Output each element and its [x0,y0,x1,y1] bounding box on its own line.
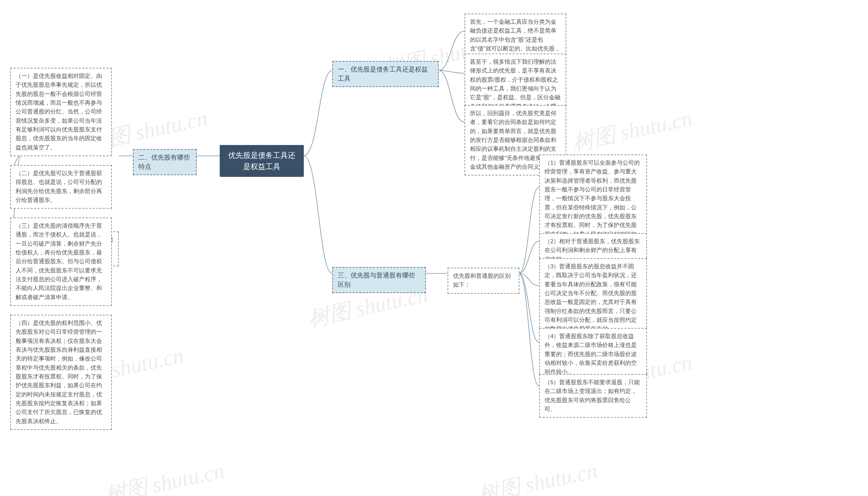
branch-2-label: 二、优先股有哪些特点 [138,154,190,170]
leaf-text: （四）是优先股的权利范围小。优先股股东对公司日常经营管理的一般事项没有表决权；仅… [16,320,102,424]
branch-1[interactable]: 一、优先股是债务工具还是权益工具 [332,61,439,87]
leaf-3-4[interactable]: （4）普通股股东除了获取股息收益外，收益来源二级市场价格上涨也是重要的；而优先股… [539,328,647,381]
branch-3[interactable]: 三、优先股与普通股有哪些区别 [332,267,426,293]
leaf-text: （一）是优先股收益相对固定。由于优先股股息率事先规定，所以优先股的股息一般不会根… [16,73,102,151]
leaf-3-5[interactable]: （5）普通股股东不能要求退股，只能在二级市场上变现退出；如有约定，优先股股东可依… [539,374,647,418]
branch-3-intro[interactable]: 优先股和普通股的区别如下： [448,268,520,294]
leaf-2-2[interactable]: （二）是优先股可以先于普通股获得股息。也就是说，公司可分配的利润先分给优先股东，… [10,165,112,209]
leaf-3-3[interactable]: （3）普通股股东的股息收益并不固定，既取决于公司当年盈利状况，还要看当年具体的分… [539,258,647,338]
watermark: 树图 shutu.cn [570,103,695,157]
leaf-2-1[interactable]: （一）是优先股收益相对固定。由于优先股股息率事先规定，所以优先股的股息一般不会根… [10,68,112,156]
root-node[interactable]: 优先股是债务工具还是权益工具 [220,145,304,177]
branch-1-label: 一、优先股是债务工具还是权益工具 [338,66,428,82]
leaf-2-4[interactable]: （四）是优先股的权利范围小。优先股股东对公司日常经营管理的一般事项没有表决权；仅… [10,315,112,430]
branch-3-label: 三、优先股与普通股有哪些区别 [338,272,415,288]
leaf-text: （3）普通股股东的股息收益并不固定，既取决于公司当年盈利状况，还要看当年具体的分… [544,263,637,332]
watermark: 树图 shutu.cn [102,456,227,496]
leaf-text: （4）普通股股东除了获取股息收益外，收益来源二级市场价格上涨也是重要的；而优先股… [544,333,637,375]
leaf-text: （5）普通股股东不能要求退股，只能在二级市场上变现退出；如有约定，优先股股东可依… [544,379,640,412]
leaf-text: 优先股和普通股的区别如下： [453,273,511,288]
leaf-2-3[interactable]: （三）是优先股的清偿顺序先于普通股，而次于债权人。也就是说，一旦公司破产清算，剩… [10,217,112,306]
leaf-text: （二）是优先股可以先于普通股获得股息。也就是说，公司可分配的利润先分给优先股东，… [16,170,102,203]
watermark: 树图 shutu.cn [475,456,600,496]
root-label: 优先股是债务工具还是权益工具 [228,151,295,171]
branch-2[interactable]: 二、优先股有哪些特点 [133,149,197,175]
leaf-text: （三）是优先股的清偿顺序先于普通股，而次于债权人。也就是说，一旦公司破产清算，剩… [16,222,102,300]
